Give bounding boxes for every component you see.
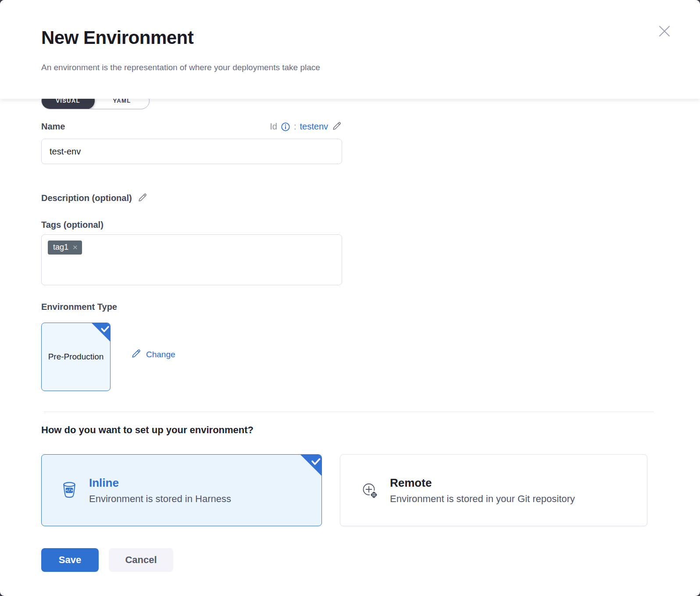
- new-environment-modal: New Environment An environment is the re…: [0, 0, 700, 596]
- close-icon: [657, 24, 672, 40]
- change-environment-type-button[interactable]: Change: [131, 348, 175, 361]
- tag-chip: tag1 ✕: [48, 241, 82, 255]
- page-title: New Environment: [41, 27, 193, 48]
- name-label: Name: [41, 122, 65, 132]
- option-card-remote[interactable]: Remote Environment is stored in your Git…: [340, 454, 647, 526]
- description-label: Description (optional): [41, 193, 132, 203]
- option-desc-inline: Environment is stored in Harness: [89, 493, 231, 505]
- id-value[interactable]: testenv: [300, 122, 328, 132]
- option-text-remote: Remote Environment is stored in your Git…: [390, 476, 575, 505]
- page-subtitle: An environment is the representation of …: [41, 63, 320, 72]
- cancel-button[interactable]: Cancel: [109, 548, 173, 572]
- pencil-icon: [131, 348, 142, 361]
- inline-store-icon: </>: [60, 481, 79, 500]
- option-title-remote: Remote: [390, 476, 575, 490]
- option-card-inline[interactable]: </> Inline Environment is stored in Harn…: [41, 454, 322, 526]
- tag-remove-icon[interactable]: ✕: [72, 244, 78, 251]
- id-separator: :: [294, 122, 296, 132]
- environment-type-card-pre-production[interactable]: Pre-Production: [41, 323, 111, 391]
- remote-git-icon: [360, 480, 379, 500]
- setup-heading: How do you want to set up your environme…: [41, 424, 647, 436]
- edit-description-button[interactable]: [137, 192, 148, 204]
- environment-type-label: Environment Type: [41, 302, 647, 312]
- environment-type-row: Pre-Production Change: [41, 323, 647, 391]
- selected-check-icon: [300, 454, 322, 476]
- tags-input[interactable]: tag1 ✕: [41, 234, 342, 285]
- edit-id-button[interactable]: [332, 121, 342, 133]
- option-desc-remote: Environment is stored in your Git reposi…: [390, 493, 575, 505]
- id-label: Id: [270, 122, 277, 132]
- change-link-label: Change: [146, 350, 175, 359]
- close-button[interactable]: [656, 23, 673, 40]
- tag-chip-text: tag1: [53, 243, 68, 252]
- section-divider: [44, 412, 654, 412]
- name-row: Name Id : testenv: [41, 121, 342, 133]
- save-button[interactable]: Save: [41, 548, 99, 572]
- setup-options-row: </> Inline Environment is stored in Harn…: [41, 454, 647, 526]
- modal-header: New Environment An environment is the re…: [0, 0, 700, 99]
- environment-type-card-label: Pre-Production: [42, 350, 110, 363]
- description-row: Description (optional): [41, 192, 647, 204]
- svg-text:</>: </>: [66, 488, 73, 492]
- selected-check-icon: [91, 323, 111, 342]
- info-icon[interactable]: [281, 122, 290, 132]
- pencil-icon: [137, 192, 148, 204]
- pencil-icon: [332, 121, 342, 133]
- option-text-inline: Inline Environment is stored in Harness: [89, 476, 231, 505]
- tags-label: Tags (optional): [41, 220, 647, 230]
- name-input[interactable]: [41, 139, 342, 164]
- option-title-inline: Inline: [89, 476, 231, 490]
- id-group: Id : testenv: [270, 121, 342, 133]
- action-buttons: Save Cancel: [41, 548, 647, 572]
